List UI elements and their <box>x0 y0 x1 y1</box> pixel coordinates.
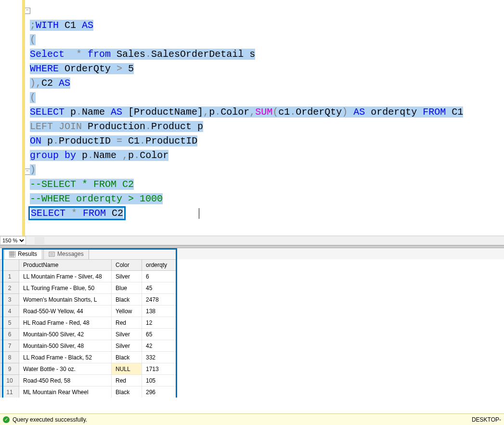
results-pane: Results Messages ProductName Color order… <box>0 248 504 398</box>
cell-orderqty[interactable]: 332 <box>142 352 177 363</box>
tab-label: Messages <box>57 251 84 257</box>
table-row[interactable]: 6Mountain-500 Silver, 42Silver65 <box>0 329 177 340</box>
tok: OrderQty <box>296 106 342 118</box>
table-row[interactable]: 11ML Mountain Rear WheelBlack296 <box>0 386 177 398</box>
cell-orderqty[interactable]: 296 <box>142 386 177 398</box>
zoom-select[interactable]: 150 % <box>0 236 26 245</box>
code-content[interactable]: ;WITH C1 AS ( Select * from Sales.SalesO… <box>30 4 463 235</box>
cell-productname[interactable]: LL Mountain Frame - Silver, 48 <box>19 271 112 282</box>
cell-color[interactable]: Yellow <box>112 305 142 317</box>
table-row[interactable]: 3Women's Mountain Shorts, LBlack2478 <box>0 294 177 305</box>
cell-color[interactable]: Silver <box>112 329 142 340</box>
tab-messages[interactable]: Messages <box>43 248 89 259</box>
table-row[interactable]: 4Road-550-W Yellow, 44Yellow138 <box>0 305 177 317</box>
col-header-orderqty[interactable]: orderqty <box>142 260 177 271</box>
cell-orderqty[interactable]: 138 <box>142 305 177 317</box>
tok: . <box>76 106 82 118</box>
col-header-rownum[interactable] <box>0 260 19 271</box>
cell-productname[interactable]: LL Touring Frame - Blue, 50 <box>19 282 112 294</box>
tok-keyword: AS <box>59 78 70 89</box>
tok: . <box>290 106 296 118</box>
table-row[interactable]: 5HL Road Frame - Red, 48Red12 <box>0 317 177 329</box>
cell-orderqty[interactable]: 2478 <box>142 294 177 305</box>
tok: 5 <box>122 63 134 74</box>
col-header-productname[interactable]: ProductName <box>19 260 112 271</box>
row-number: 1 <box>0 271 19 282</box>
table-row[interactable]: 1LL Mountain Frame - Silver, 48Silver6 <box>0 271 177 282</box>
tok-keyword: AS <box>111 106 122 118</box>
tok: Product p <box>151 121 203 132</box>
cell-orderqty[interactable]: 42 <box>142 340 177 352</box>
cell-productname[interactable]: Mountain-500 Silver, 42 <box>19 329 112 340</box>
hscroll-stub[interactable] <box>35 237 44 244</box>
table-row[interactable]: 7Mountain-500 Silver, 48Silver42 <box>0 340 177 352</box>
success-icon: ✓ <box>3 416 10 423</box>
table-row[interactable]: 10Road-450 Red, 58Red105 <box>0 375 177 386</box>
status-server: DESKTOP- <box>472 416 501 423</box>
tok: . <box>53 135 59 146</box>
tok-comment: --WHERE orderqty > 1000 <box>30 193 163 204</box>
tok: Name <box>93 150 122 161</box>
tok-keyword: by <box>65 150 76 161</box>
tok <box>82 49 88 60</box>
cell-color[interactable]: NULL <box>112 363 142 375</box>
cell-productname[interactable]: Water Bottle - 30 oz. <box>19 363 112 375</box>
tok <box>348 106 353 118</box>
grid-icon <box>9 251 15 257</box>
code-editor[interactable]: − − ;WITH C1 AS ( Select * from Sales.Sa… <box>0 0 504 245</box>
cell-productname[interactable]: Road-550-W Yellow, 44 <box>19 305 112 317</box>
cell-productname[interactable]: Road-450 Red, 58 <box>19 375 112 386</box>
tok-keyword: AS <box>82 20 93 31</box>
tok-keyword: group <box>30 150 59 161</box>
cell-orderqty[interactable]: 1713 <box>142 363 177 375</box>
tok: ( <box>30 34 36 45</box>
cell-orderqty[interactable]: 6 <box>142 271 177 282</box>
cell-productname[interactable]: Women's Mountain Shorts, L <box>19 294 112 305</box>
tok: ; <box>30 20 36 31</box>
table-row[interactable]: 8LL Road Frame - Black, 52Black332 <box>0 352 177 363</box>
tok: p <box>209 106 215 118</box>
tok-keyword: from <box>88 49 111 60</box>
cell-color[interactable]: Red <box>112 317 142 329</box>
text-cursor-icon <box>199 208 199 219</box>
tok-keyword: Select <box>30 49 65 60</box>
tok <box>53 121 59 132</box>
cell-productname[interactable]: ML Mountain Rear Wheel <box>19 386 112 398</box>
tok: p <box>128 150 134 161</box>
tok: . <box>145 49 151 60</box>
cell-color[interactable]: Black <box>112 386 142 398</box>
tok: * <box>76 49 82 60</box>
cell-orderqty[interactable]: 105 <box>142 375 177 386</box>
tok <box>65 208 71 219</box>
cell-color[interactable]: Red <box>112 375 142 386</box>
cell-productname[interactable]: LL Road Frame - Black, 52 <box>19 352 112 363</box>
row-number: 4 <box>0 305 19 317</box>
tok: ) <box>30 164 36 175</box>
cell-orderqty[interactable]: 12 <box>142 317 177 329</box>
messages-icon <box>49 251 55 257</box>
tok: Production <box>82 121 145 132</box>
cell-color[interactable]: Blue <box>112 282 142 294</box>
col-header-color[interactable]: Color <box>112 260 142 271</box>
status-bar: ✓ Query executed successfully. DESKTOP- <box>0 413 504 425</box>
table-row[interactable]: 9Water Bottle - 30 oz.NULL1713 <box>0 363 177 375</box>
tok: Name <box>82 106 111 118</box>
tok: > <box>116 63 122 74</box>
cell-orderqty[interactable]: 45 <box>142 282 177 294</box>
change-indicator <box>22 0 25 245</box>
cell-color[interactable]: Black <box>112 352 142 363</box>
tok: = <box>116 135 122 146</box>
svg-rect-0 <box>9 251 15 257</box>
table-row[interactable]: 2LL Touring Frame - Blue, 50Blue45 <box>0 282 177 294</box>
cell-productname[interactable]: HL Road Frame - Red, 48 <box>19 317 112 329</box>
tab-results[interactable]: Results <box>4 248 42 259</box>
cell-color[interactable]: Black <box>112 294 142 305</box>
tok: p <box>65 106 76 118</box>
cell-orderqty[interactable]: 65 <box>142 329 177 340</box>
tok-keyword: FROM <box>83 208 106 219</box>
tok-keyword: SELECT <box>30 106 65 118</box>
cell-color[interactable]: Silver <box>112 340 142 352</box>
cell-color[interactable]: Silver <box>112 271 142 282</box>
results-grid[interactable]: ProductName Color orderqty 1LL Mountain … <box>0 259 177 398</box>
cell-productname[interactable]: Mountain-500 Silver, 48 <box>19 340 112 352</box>
